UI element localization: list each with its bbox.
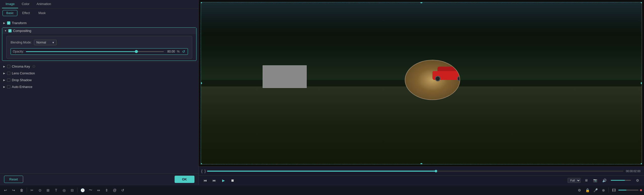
drop-shadow-row[interactable]: ▶ Drop Shadow — [0, 77, 198, 83]
timeline-bar: { } 00:00:02:00 — [199, 166, 644, 175]
drop-shadow-label: Drop Shadow — [12, 78, 32, 82]
tab-color[interactable]: Color — [18, 0, 33, 8]
transform-row[interactable]: ▶ Transform — [0, 20, 198, 26]
opacity-row: Opacity: 80.00 % ↺ — [11, 48, 188, 55]
toolbar-undo-btn[interactable]: ↩ — [2, 187, 9, 194]
toolbar-wave-btn[interactable]: 〜 — [87, 187, 94, 194]
zoom-slider[interactable] — [618, 190, 638, 190]
toolbar-record-btn[interactable]: ⊕ — [600, 187, 607, 194]
toolbar-filmstrip-btn[interactable]: 🎞 — [610, 187, 617, 194]
zoom-fill — [618, 190, 626, 190]
lens-correction-chevron: ▶ — [3, 72, 6, 75]
compositing-content: Blending Mode: Normal ▼ Opacity: — [6, 36, 192, 59]
red-dot-indicator — [639, 188, 642, 192]
preview-area — [199, 0, 644, 166]
stop-btn[interactable]: ⏹ — [229, 177, 236, 184]
monitor-btn[interactable]: 🖥 — [583, 177, 590, 184]
timeline-track[interactable] — [207, 171, 623, 172]
drop-shadow-checkbox[interactable] — [7, 78, 10, 82]
compositing-chevron: ▼ — [4, 30, 7, 32]
building — [263, 65, 307, 88]
handle-bottom-right[interactable] — [641, 163, 642, 164]
opacity-value: 80.00 — [166, 50, 175, 53]
tab-image[interactable]: Image — [2, 0, 18, 8]
prev-frame-btn[interactable]: ⏭ — [211, 177, 218, 184]
compositing-section: ▼ Compositing Blending Mode: Normal ▼ — [2, 27, 196, 61]
chroma-key-info-icon[interactable]: ⓘ — [32, 65, 35, 68]
toolbar-mirror-btn[interactable]: ⇕ — [103, 187, 110, 194]
toolbar-target-btn[interactable]: ◎ — [61, 187, 68, 194]
timeline-thumb[interactable] — [435, 170, 437, 172]
drop-shadow-chevron: ▶ — [3, 79, 6, 81]
compositing-checkbox[interactable] — [8, 29, 12, 32]
transform-label: Transform — [12, 21, 27, 25]
chroma-key-checkbox[interactable] — [7, 65, 10, 68]
subtab-basic[interactable]: Basic — [3, 10, 17, 16]
auto-enhance-label: Auto Enhance — [12, 85, 32, 89]
toolbar-mic-btn[interactable]: 🎤 — [592, 187, 599, 194]
toolbar-at-btn[interactable]: @ — [111, 187, 118, 194]
timeline-fill — [207, 171, 436, 172]
toolbar-grid-btn[interactable]: ⊞ — [45, 187, 52, 194]
blend-mode-row: Blending Mode: Normal ▼ — [11, 40, 188, 45]
toolbar-text-btn[interactable]: T — [53, 187, 60, 194]
toolbar-sep-2 — [77, 188, 77, 193]
blend-mode-select[interactable]: Normal ▼ — [34, 40, 57, 45]
chroma-key-row[interactable]: ▶ Chroma Key ⓘ — [0, 63, 198, 70]
divider-1 — [0, 62, 198, 62]
toolbar-cut-btn[interactable]: ✂ — [28, 187, 35, 194]
screenshot-btn[interactable]: 📷 — [592, 177, 599, 184]
handle-bottom-mid[interactable] — [420, 163, 422, 164]
blend-mode-label: Blending Mode: — [11, 41, 31, 44]
volume-fill — [611, 180, 625, 181]
tab-animation[interactable]: Animation — [33, 0, 55, 8]
toolbar-link-btn[interactable]: ⊙ — [36, 187, 44, 194]
volume-slider[interactable] — [611, 180, 631, 181]
car-oval — [405, 60, 460, 100]
auto-enhance-row[interactable]: ▶ Auto Enhance — [0, 83, 198, 90]
compositing-header[interactable]: ▼ Compositing — [2, 28, 196, 34]
bracket-right-btn[interactable]: } — [204, 169, 206, 173]
toolbar-clock-btn[interactable]: 🕐 — [79, 187, 86, 194]
subtab-effect[interactable]: Effect — [18, 10, 33, 16]
compositing-label: Compositing — [13, 29, 31, 33]
toolbar-settings-btn[interactable]: ⚙ — [576, 187, 583, 194]
opacity-slider[interactable] — [26, 51, 164, 52]
subtab-mask[interactable]: Mask — [35, 10, 50, 16]
play-btn[interactable]: ▶ — [220, 177, 227, 184]
right-controls-row: ⏮ ⏭ ▶ ⏹ Full 🖥 📷 🔊 ⚙ — [199, 175, 644, 185]
opacity-reset-btn[interactable]: ↺ — [182, 50, 186, 54]
toolbar-sep-3 — [609, 188, 609, 193]
opacity-unit: % — [177, 50, 180, 53]
transform-checkbox[interactable] — [7, 21, 10, 25]
settings-right-btn[interactable]: ⚙ — [634, 177, 641, 184]
toolbar-lock-btn[interactable]: 🔒 — [584, 187, 591, 194]
scene-background — [201, 2, 642, 164]
ok-button[interactable]: OK — [175, 176, 195, 183]
handle-right-mid[interactable] — [641, 82, 642, 84]
toolbar-adjust-btn[interactable]: ⇔ — [95, 187, 102, 194]
lens-correction-checkbox[interactable] — [7, 72, 10, 75]
toolbar-minus-btn[interactable]: ⊟ — [69, 187, 76, 194]
bottom-bar: Reset OK — [0, 173, 198, 185]
bracket-left-btn[interactable]: { — [201, 169, 203, 173]
sky-bg — [201, 2, 642, 35]
volume-btn[interactable]: 🔊 — [601, 177, 608, 184]
sub-tabs: Basic Effect Mask — [0, 9, 198, 18]
quality-select[interactable]: Full — [568, 178, 581, 183]
toolbar-redo-btn[interactable]: ↪ — [10, 187, 17, 194]
toolbar-delete-btn[interactable]: 🗑 — [18, 187, 25, 194]
toolbar-rotate-btn[interactable]: ↺ — [119, 187, 126, 194]
auto-enhance-checkbox[interactable] — [7, 85, 10, 88]
car-wheel-left — [435, 76, 440, 81]
car-wheel-right — [457, 76, 460, 81]
opacity-slider-thumb[interactable] — [135, 50, 138, 53]
left-panel: Image Color Animation Basic Effect Mask … — [0, 0, 199, 185]
reset-button[interactable]: Reset — [4, 176, 23, 183]
handle-top-right[interactable] — [641, 2, 642, 3]
lens-correction-row[interactable]: ▶ Lens Correction — [0, 70, 198, 77]
chroma-key-chevron: ▶ — [3, 65, 6, 68]
rewind-btn[interactable]: ⏮ — [202, 177, 209, 184]
chroma-key-label: Chroma Key — [12, 65, 30, 68]
handle-bottom-left[interactable] — [201, 163, 202, 164]
